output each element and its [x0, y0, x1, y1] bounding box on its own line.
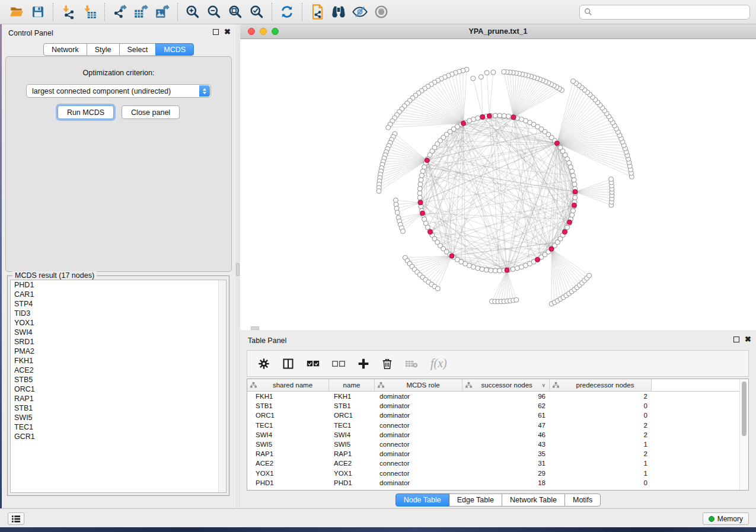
- memory-button[interactable]: Memory: [703, 512, 749, 525]
- graph-node[interactable]: [493, 268, 497, 273]
- graph-mcds-node[interactable]: [420, 211, 425, 216]
- mcds-result-item[interactable]: SWI5: [11, 413, 226, 422]
- graph-leaf-node[interactable]: [377, 189, 381, 194]
- graph-leaf-node[interactable]: [484, 70, 489, 75]
- graph-node[interactable]: [476, 266, 480, 271]
- column-header-successor-nodes[interactable]: successor nodes∨: [462, 379, 550, 391]
- column-header-predecessor-nodes[interactable]: predecessor nodes: [550, 379, 652, 391]
- graph-node[interactable]: [497, 268, 502, 273]
- table-row[interactable]: RAP1RAP1dominator352: [247, 449, 748, 459]
- table-cell[interactable]: 96: [462, 393, 550, 400]
- graph-leaf-node[interactable]: [479, 75, 483, 79]
- deselect-all-button[interactable]: [332, 359, 345, 368]
- graph-mcds-node[interactable]: [428, 230, 433, 235]
- table-cell[interactable]: 35: [462, 450, 550, 457]
- refresh-layout-button[interactable]: [276, 2, 298, 22]
- table-cell[interactable]: dominator: [375, 431, 462, 438]
- graph-node[interactable]: [417, 191, 422, 196]
- graph-node[interactable]: [497, 113, 502, 118]
- float-panel-icon[interactable]: [213, 29, 219, 35]
- mcds-result-item[interactable]: SRD1: [11, 337, 226, 347]
- table-cell[interactable]: TEC1: [247, 422, 329, 429]
- mcds-result-item[interactable]: RAP1: [11, 394, 226, 403]
- graph-mcds-node[interactable]: [480, 114, 485, 119]
- search-input[interactable]: [595, 8, 745, 16]
- graph-leaf-node[interactable]: [491, 70, 496, 75]
- graph-leaf-node[interactable]: [502, 69, 506, 74]
- table-cell[interactable]: 2: [550, 422, 652, 429]
- graph-leaf-node[interactable]: [587, 273, 592, 278]
- graph-node[interactable]: [484, 268, 489, 273]
- table-cell[interactable]: 62: [462, 402, 550, 409]
- run-mcds-button[interactable]: Run MCDS: [58, 105, 114, 119]
- table-cell[interactable]: ACE2: [247, 460, 329, 467]
- network-view-canvas[interactable]: [240, 39, 756, 330]
- column-header-shared-name[interactable]: shared name: [247, 379, 329, 391]
- export-image-button[interactable]: [152, 2, 173, 22]
- table-cell[interactable]: 0: [550, 402, 652, 409]
- save-session-button[interactable]: [27, 2, 49, 22]
- list-scrollbar[interactable]: [218, 280, 226, 492]
- mcds-result-item[interactable]: FKH1: [11, 356, 226, 366]
- table-cell[interactable]: TEC1: [329, 422, 375, 429]
- graph-mcds-node[interactable]: [418, 200, 423, 205]
- table-row[interactable]: PHD1PHD1dominator180: [247, 478, 748, 488]
- mcds-result-item[interactable]: GCR1: [11, 432, 226, 441]
- table-cell[interactable]: 47: [462, 422, 550, 429]
- mcds-result-item[interactable]: YOX1: [11, 318, 226, 328]
- tab-node-table[interactable]: Node Table: [395, 493, 449, 507]
- zoom-in-button[interactable]: [182, 2, 203, 22]
- column-header-name[interactable]: name: [329, 379, 375, 391]
- table-cell[interactable]: dominator: [375, 479, 462, 486]
- graph-mcds-node[interactable]: [554, 141, 559, 146]
- graph-mcds-node[interactable]: [562, 230, 567, 235]
- graph-leaf-node[interactable]: [401, 229, 406, 233]
- table-cell[interactable]: SWI4: [247, 431, 329, 438]
- graph-node[interactable]: [417, 196, 422, 200]
- graph-node[interactable]: [418, 182, 423, 187]
- graph-node[interactable]: [480, 267, 484, 271]
- tab-edge-table[interactable]: Edge Table: [449, 493, 502, 507]
- table-cell[interactable]: dominator: [375, 412, 462, 419]
- tab-style[interactable]: Style: [87, 43, 120, 56]
- close-panel-icon[interactable]: ✖: [224, 29, 231, 35]
- mcds-result-item[interactable]: PMA2: [11, 347, 226, 356]
- zoom-selected-button[interactable]: [246, 2, 267, 22]
- table-cell[interactable]: SWI5: [329, 441, 375, 448]
- table-cell[interactable]: 29: [462, 470, 550, 477]
- new-network-from-selection-button[interactable]: [307, 2, 328, 22]
- import-network-button[interactable]: [58, 2, 79, 22]
- graph-node[interactable]: [571, 209, 576, 213]
- table-cell[interactable]: FKH1: [329, 393, 375, 400]
- mcds-result-item[interactable]: TID3: [11, 309, 226, 318]
- table-cell[interactable]: dominator: [375, 393, 462, 400]
- table-row[interactable]: FKH1FKH1dominator962: [247, 392, 748, 401]
- graph-leaf-node[interactable]: [435, 286, 440, 291]
- criterion-select[interactable]: largest connected component (undirected): [26, 84, 211, 98]
- graph-mcds-node[interactable]: [511, 115, 516, 120]
- graph-node[interactable]: [419, 173, 424, 178]
- table-row[interactable]: ACE2ACE2connector311: [247, 459, 748, 468]
- graph-mcds-node[interactable]: [573, 190, 578, 194]
- vertical-splitter[interactable]: [235, 24, 240, 508]
- table-row[interactable]: SWI4SWI4dominator462: [247, 430, 748, 440]
- graph-node[interactable]: [489, 268, 493, 273]
- select-all-button[interactable]: [307, 359, 320, 368]
- open-session-button[interactable]: [6, 2, 27, 22]
- tab-motifs[interactable]: Motifs: [564, 493, 601, 507]
- graph-mcds-node[interactable]: [461, 121, 466, 126]
- table-cell[interactable]: 18: [462, 479, 550, 486]
- tab-select[interactable]: Select: [119, 43, 157, 56]
- graph-leaf-node[interactable]: [395, 210, 400, 215]
- close-panel-button[interactable]: Close panel: [122, 105, 180, 119]
- table-cell[interactable]: 2: [550, 431, 652, 438]
- table-cell[interactable]: YOX1: [247, 470, 329, 477]
- import-table-button[interactable]: [79, 2, 100, 22]
- graph-mcds-node[interactable]: [572, 203, 576, 208]
- tab-network-table[interactable]: Network Table: [502, 493, 565, 507]
- table-cell[interactable]: 46: [462, 431, 550, 438]
- table-cell[interactable]: 31: [462, 460, 550, 467]
- table-row[interactable]: SWI5SWI5connector431: [247, 440, 748, 449]
- table-cell[interactable]: ORC1: [329, 412, 375, 419]
- graph-node[interactable]: [511, 267, 515, 271]
